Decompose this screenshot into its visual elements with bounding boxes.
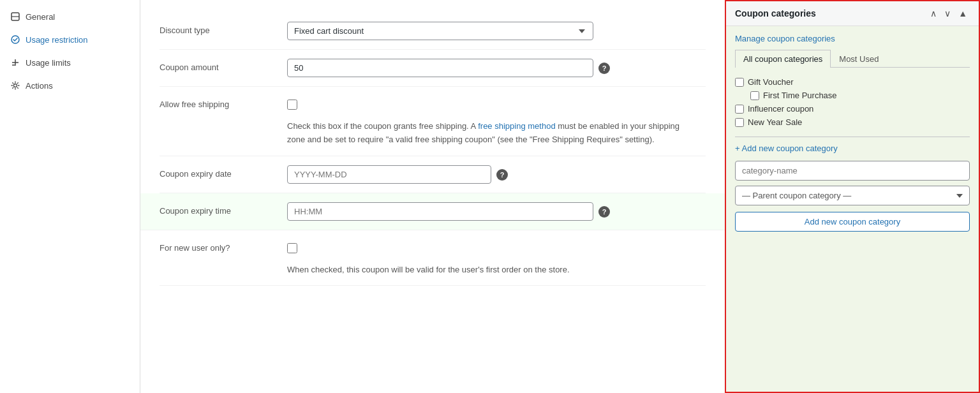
coupon-categories-panel: Coupon categories ∧ ∨ ▲ Manage coupon ca…: [725, 0, 980, 393]
new-user-field: When checked, this coupon will be valid …: [287, 239, 706, 277]
sidebar-item-general[interactable]: General: [0, 5, 140, 28]
sidebar-label-usage-restriction: Usage restriction: [26, 35, 88, 45]
sidebar-item-actions[interactable]: Actions: [0, 74, 140, 97]
category-label-new-year-sale: New Year Sale: [748, 117, 802, 127]
gear-icon: [10, 80, 20, 91]
sidebar-item-usage-limits[interactable]: Usage limits: [0, 51, 140, 74]
category-checkbox-influencer-coupon[interactable]: [735, 105, 744, 114]
panel-arrow-up-button[interactable]: ▲: [956, 8, 970, 19]
expiry-time-field: ?: [287, 202, 706, 221]
add-new-category-link[interactable]: + Add new coupon category: [735, 144, 970, 153]
expiry-date-field: ?: [287, 165, 706, 184]
new-user-label: For new user only?: [160, 239, 274, 253]
new-user-checkbox[interactable]: [287, 243, 297, 253]
free-shipping-method-link[interactable]: free shipping method: [478, 121, 555, 131]
free-shipping-checkbox-row: [287, 96, 297, 110]
new-user-checkbox-row: [287, 239, 297, 253]
category-checkbox-first-time-purchase[interactable]: [750, 91, 759, 100]
discount-type-field: Fixed cart discount: [287, 22, 706, 40]
tab-all-categories[interactable]: All coupon categories: [735, 50, 831, 68]
manage-categories-link[interactable]: Manage coupon categories: [735, 34, 970, 43]
expiry-time-label: Coupon expiry time: [160, 202, 274, 216]
coupon-amount-label: Coupon amount: [160, 59, 274, 72]
sidebar-label-actions: Actions: [26, 81, 53, 91]
expiry-time-input[interactable]: [287, 202, 593, 221]
panel-collapse-down-button[interactable]: ∨: [942, 8, 953, 19]
svg-point-6: [14, 84, 17, 87]
panel-header-actions: ∧ ∨ ▲: [928, 8, 970, 19]
sidebar: General Usage restriction Usage limits: [0, 0, 140, 393]
coupon-amount-input[interactable]: [287, 59, 593, 77]
new-user-description: When checked, this coupon will be valid …: [287, 263, 570, 277]
expiry-date-label: Coupon expiry date: [160, 165, 274, 179]
panel-body: Manage coupon categories All coupon cate…: [726, 26, 979, 392]
parent-category-select[interactable]: — Parent coupon category —: [735, 186, 970, 205]
expiry-date-row: Coupon expiry date ?: [160, 156, 706, 193]
tab-most-used[interactable]: Most Used: [831, 50, 887, 68]
new-user-row: For new user only? When checked, this co…: [160, 230, 706, 286]
coupon-amount-row: Coupon amount ?: [160, 50, 706, 87]
category-item-gift-voucher: Gift Voucher: [735, 75, 970, 89]
free-shipping-checkbox[interactable]: [287, 100, 297, 110]
free-shipping-row: Allow free shipping Check this box if th…: [160, 87, 706, 156]
category-item-new-year-sale: New Year Sale: [735, 115, 970, 129]
sidebar-label-general: General: [26, 12, 55, 22]
category-list: Gift Voucher First Time Purchase Influen…: [735, 75, 970, 129]
add-new-coupon-category-button[interactable]: Add new coupon category: [735, 212, 970, 232]
expiry-date-input[interactable]: [287, 165, 491, 184]
sidebar-item-usage-restriction[interactable]: Usage restriction: [0, 28, 140, 51]
discount-type-select[interactable]: Fixed cart discount: [287, 22, 593, 40]
plus-minus-icon: [10, 57, 20, 68]
free-shipping-description: Check this box if the coupon grants free…: [287, 120, 683, 147]
panel-header: Coupon categories ∧ ∨ ▲: [726, 1, 979, 26]
main-content: Discount type Fixed cart discount Coupon…: [140, 0, 725, 393]
category-item-first-time-purchase: First Time Purchase: [735, 89, 970, 102]
panel-divider: [735, 137, 970, 137]
expiry-time-row: Coupon expiry time ?: [140, 193, 725, 230]
category-checkbox-gift-voucher[interactable]: [735, 78, 744, 87]
free-shipping-field: Check this box if the coupon grants free…: [287, 96, 706, 147]
expiry-date-help-icon[interactable]: ?: [496, 169, 508, 181]
category-checkbox-new-year-sale[interactable]: [735, 118, 744, 127]
circle-check-icon: [10, 34, 20, 45]
panel-collapse-up-button[interactable]: ∧: [928, 8, 939, 19]
expiry-time-help-icon[interactable]: ?: [598, 206, 610, 218]
category-label-gift-voucher: Gift Voucher: [748, 77, 794, 87]
category-label-influencer-coupon: Influencer coupon: [748, 104, 813, 114]
panel-title: Coupon categories: [735, 8, 816, 19]
free-shipping-label: Allow free shipping: [160, 96, 274, 109]
coupon-amount-help-icon[interactable]: ?: [598, 63, 610, 74]
category-item-influencer-coupon: Influencer coupon: [735, 102, 970, 115]
new-category-name-input[interactable]: [735, 161, 970, 181]
discount-type-row: Discount type Fixed cart discount: [160, 13, 706, 50]
discount-type-label: Discount type: [160, 22, 274, 35]
category-label-first-time-purchase: First Time Purchase: [763, 91, 837, 100]
tag-icon: [10, 11, 20, 22]
categories-tabs: All coupon categories Most Used: [735, 50, 970, 68]
coupon-amount-field: ?: [287, 59, 706, 77]
sidebar-label-usage-limits: Usage limits: [26, 58, 71, 68]
